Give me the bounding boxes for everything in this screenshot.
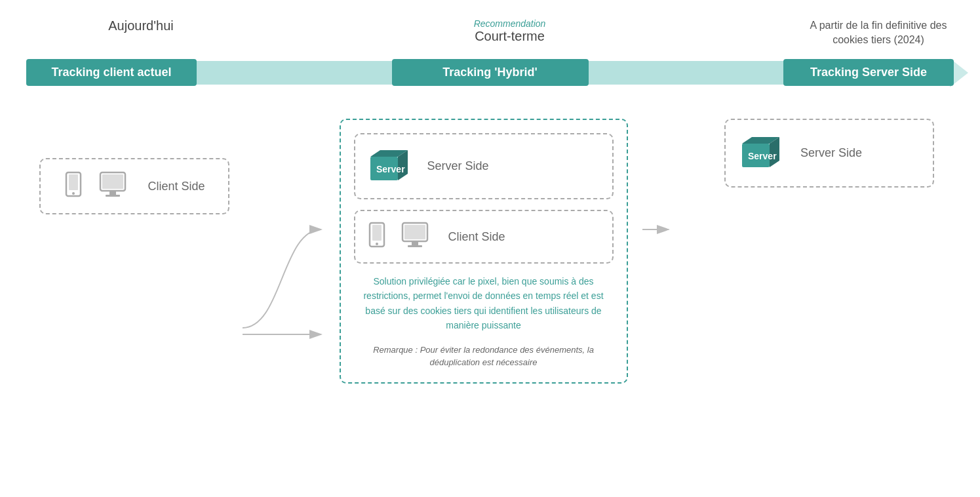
col-header-left: Aujourd'hui	[33, 18, 249, 48]
svg-rect-4	[102, 174, 123, 189]
timeline-badges: Tracking client actuel Tracking 'Hybrid'…	[26, 59, 954, 86]
right-server-box: Server Server Side	[724, 119, 934, 188]
middle-client-box: Client Side	[354, 210, 614, 264]
middle-title: Court-terme	[475, 29, 545, 43]
badge-left: Tracking client actuel	[26, 59, 197, 86]
columns-header: Aujourd'hui Recommendation Court-terme A…	[26, 18, 980, 48]
right-column: Server Server Side	[724, 119, 954, 188]
left-client-box: Client Side	[39, 158, 229, 214]
badge-right: Tracking Server Side	[783, 59, 954, 86]
col-header-right: A partir de la fin definitive des cookie…	[770, 18, 980, 48]
phone-icon-middle	[367, 222, 392, 252]
svg-rect-18	[404, 225, 425, 239]
server-icon-middle: Server	[367, 145, 413, 188]
monitor-icon	[99, 171, 132, 201]
svg-rect-15	[372, 225, 382, 241]
right-title: A partir de la fin definitive des cookie…	[793, 18, 964, 48]
middle-client-label: Client Side	[448, 230, 505, 244]
middle-column: Server Server Side Client Side	[340, 119, 628, 384]
note-text: Remarque : Pour éviter la redondance des…	[354, 344, 614, 369]
badge-middle: Tracking 'Hybrid'	[392, 59, 589, 86]
middle-server-label: Server Side	[427, 159, 489, 173]
svg-point-2	[72, 192, 75, 195]
svg-point-16	[376, 243, 378, 245]
description-text: Solution privilégiée car le pixel, bien …	[354, 274, 614, 333]
svg-rect-19	[412, 242, 418, 245]
server-icon-right: Server	[739, 132, 785, 174]
timeline-row: Tracking client actuel Tracking 'Hybrid'…	[26, 59, 954, 86]
right-server-label: Server Side	[800, 146, 862, 160]
svg-rect-1	[69, 174, 78, 190]
content-row: Client Side	[26, 119, 954, 384]
monitor-icon-middle	[401, 222, 434, 252]
svg-text:Server: Server	[748, 151, 777, 161]
svg-rect-5	[109, 191, 116, 195]
main-container: Aujourd'hui Recommendation Court-terme A…	[0, 0, 980, 497]
col-header-middle: Recommendation Court-terme	[366, 18, 654, 48]
middle-server-box: Server Server Side	[354, 133, 614, 199]
phone-icon	[64, 171, 88, 201]
middle-sub-label: Recommendation	[366, 18, 654, 29]
svg-rect-20	[408, 245, 422, 247]
left-client-label: Client Side	[147, 180, 205, 193]
left-title: Aujourd'hui	[108, 18, 173, 33]
left-column: Client Side	[26, 158, 243, 214]
svg-rect-6	[106, 195, 120, 197]
svg-text:Server: Server	[376, 164, 405, 174]
